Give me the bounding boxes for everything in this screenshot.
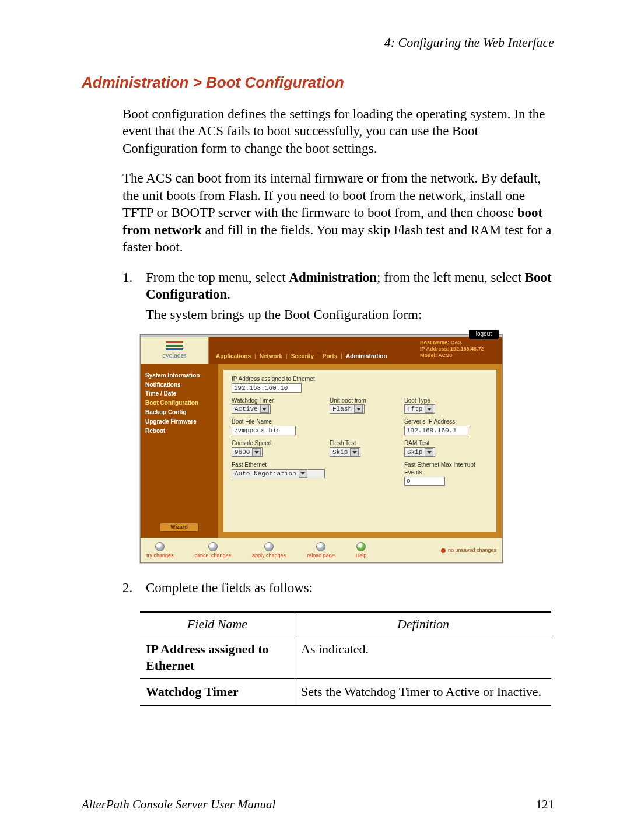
sidebar-item-backup-config[interactable]: Backup Config <box>145 409 213 416</box>
tab-administration[interactable]: Administration <box>346 353 387 360</box>
ram-test-label: RAM Test <box>404 440 486 447</box>
fast-ethernet-label: Fast Ethernet <box>232 461 394 469</box>
sidebar-item-reboot[interactable]: Reboot <box>145 428 213 435</box>
col-field-name: Field Name <box>140 611 295 636</box>
section-heading: Administration > Boot Configuration <box>82 74 554 92</box>
host-info: Host Name: CAS IP Address: 192.168.48.72… <box>416 337 502 364</box>
chevron-down-icon <box>350 448 359 456</box>
sidebar-item-boot-configuration[interactable]: Boot Configuration <box>145 400 213 407</box>
sidebar-item-upgrade-firmware[interactable]: Upgrade Firmware <box>145 418 213 426</box>
step-1-result: The system brings up the Boot Configurat… <box>146 307 422 322</box>
unit-boot-from-select[interactable]: Flash <box>330 404 365 414</box>
sidebar-item-notifications[interactable]: Notifications <box>145 382 213 389</box>
top-menu: Applications| Network| Security| Ports| … <box>209 337 416 364</box>
field-definitions-table: Field Name Definition IP Address assigne… <box>140 611 551 707</box>
running-header: 4: Configuring the Web Interface <box>82 35 554 50</box>
flash-test-label: Flash Test <box>330 440 394 447</box>
boot-type-label: Boot Type <box>404 397 486 405</box>
help-button[interactable]: Help <box>356 542 367 559</box>
ram-test-select[interactable]: Skip <box>404 447 435 457</box>
watchdog-timer-select[interactable]: Active <box>232 404 271 414</box>
boot-file-name-input[interactable]: zvmppccs.bin <box>232 426 296 435</box>
status-dot-icon <box>441 548 446 553</box>
boot-type-select[interactable]: Tftp <box>404 404 435 414</box>
col-definition: Definition <box>295 611 552 636</box>
server-ip-input[interactable]: 192.168.160.1 <box>404 426 468 435</box>
apply-changes-button[interactable]: apply changes <box>252 542 286 559</box>
intro-paragraph-2: The ACS can boot from its internal firmw… <box>123 170 554 256</box>
tab-network[interactable]: Network <box>260 353 282 360</box>
try-changes-button[interactable]: try changes <box>146 542 174 559</box>
sidebar-item-system-information[interactable]: System Information <box>145 372 213 380</box>
left-menu: System Information Notifications Time / … <box>141 364 218 538</box>
unit-boot-from-label: Unit boot from <box>330 397 394 405</box>
table-row: IP Address assigned to Ethernet As indic… <box>140 636 551 678</box>
reload-page-button[interactable]: reload page <box>307 542 335 559</box>
ip-address-label: IP Address assigned to Ethernet <box>232 376 486 383</box>
console-speed-label: Console Speed <box>232 440 319 447</box>
chevron-down-icon <box>299 470 307 478</box>
table-row: Watchdog Timer Sets the Watchdog Timer t… <box>140 679 551 706</box>
brand-logo: cyclades <box>141 337 209 364</box>
help-icon <box>356 542 366 551</box>
server-ip-label: Server's IP Address <box>404 418 486 426</box>
console-speed-select[interactable]: 9600 <box>232 447 262 457</box>
flash-test-select[interactable]: Skip <box>330 447 360 457</box>
action-footer: try changes cancel changes apply changes… <box>141 538 502 563</box>
chevron-down-icon <box>252 448 261 456</box>
chevron-down-icon <box>425 448 433 456</box>
boot-config-form: IP Address assigned to Ethernet 192.168.… <box>218 364 502 538</box>
step-2: 2. Complete the fields as follows: <box>123 579 554 596</box>
boot-config-screenshot: logout cyclades Applications| Network| S… <box>140 334 503 564</box>
max-interrupt-input[interactable]: 0 <box>404 477 445 486</box>
wizard-button[interactable]: Wizard <box>159 523 198 532</box>
unsaved-changes-indicator: no unsaved changes <box>441 547 496 554</box>
watchdog-timer-label: Watchdog Timer <box>232 397 319 405</box>
sidebar-item-time-date[interactable]: Time / Date <box>145 390 213 398</box>
tab-applications[interactable]: Applications <box>216 353 251 360</box>
logo-stripes-icon <box>166 341 183 351</box>
chevron-down-icon <box>425 405 433 413</box>
max-interrupt-label: Fast Ethernet Max Interrupt Events <box>404 461 486 477</box>
step-1: 1. From the top menu, select Administrat… <box>123 269 554 324</box>
cancel-changes-button[interactable]: cancel changes <box>195 542 232 559</box>
fast-ethernet-select[interactable]: Auto Negotiation <box>232 469 325 478</box>
tab-security[interactable]: Security <box>291 353 314 360</box>
intro-paragraph-1: Boot configuration defines the settings … <box>123 106 554 157</box>
boot-file-name-label: Boot File Name <box>232 418 319 426</box>
chevron-down-icon <box>260 405 269 413</box>
chevron-down-icon <box>354 405 363 413</box>
tab-ports[interactable]: Ports <box>323 353 338 360</box>
footer-page-number: 121 <box>536 797 555 812</box>
footer-manual-title: AlterPath Console Server User Manual <box>82 797 275 812</box>
ip-address-input[interactable]: 192.168.160.10 <box>232 383 302 393</box>
